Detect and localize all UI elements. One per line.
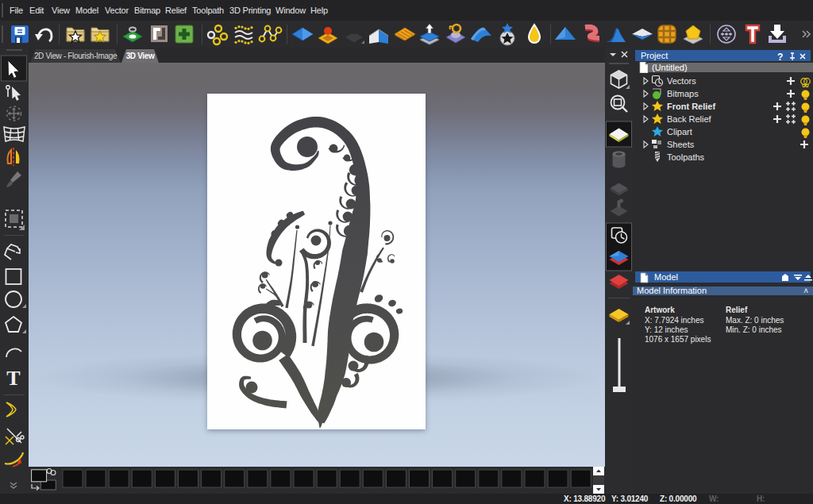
svg-text:?: ? (777, 52, 783, 63)
svg-text:T: T (6, 367, 20, 390)
